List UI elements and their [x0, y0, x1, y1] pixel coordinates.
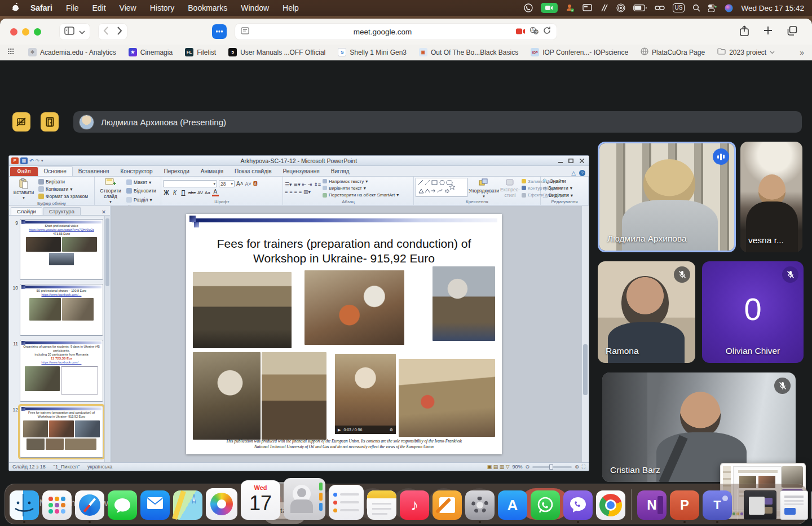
control-center-icon[interactable] [708, 3, 717, 13]
slide-thumbnail-9[interactable]: 9 Short professional video https://www.y… [11, 219, 103, 280]
dock-viber[interactable] [563, 490, 593, 520]
bookmark-platacuora[interactable]: PlataCuOra Page [641, 47, 705, 57]
smartart-button[interactable]: Перетворити на об'єкт SmartArt ▾ [323, 192, 399, 198]
reload-icon[interactable] [543, 27, 551, 37]
dock-app-store[interactable]: A [498, 490, 527, 520]
dock-photos[interactable] [206, 488, 237, 520]
zoom-slider[interactable] [532, 466, 572, 468]
strikethrough-button[interactable]: abc [188, 190, 196, 195]
language-indicator[interactable]: українська [87, 464, 112, 470]
keyboard-layout-indicator[interactable]: US [673, 3, 685, 12]
meet-effects-button[interactable] [12, 112, 30, 132]
dock-mail[interactable] [140, 490, 170, 520]
menu-history[interactable]: History [144, 2, 180, 14]
save-icon[interactable]: ▦ [20, 157, 28, 164]
zoom-in-icon[interactable]: ⊕ [575, 464, 579, 470]
bullets-icon[interactable]: ☰▾ [285, 182, 292, 187]
bold-button[interactable]: Ж [163, 190, 170, 196]
viber-status-icon[interactable] [524, 3, 533, 13]
dock-notes[interactable] [367, 490, 396, 520]
layout-button[interactable]: Макет ▾ [126, 179, 156, 185]
current-slide[interactable]: Fees for trainers (preparation and condu… [186, 214, 502, 454]
window-close-button[interactable] [10, 28, 17, 36]
shrink-font-icon[interactable]: A˅ [245, 181, 251, 187]
dock-settings[interactable] [465, 490, 495, 520]
zoom-out-icon[interactable]: ⊖ [526, 464, 530, 470]
help-icon[interactable]: ? [579, 170, 585, 176]
dock-pages[interactable] [433, 490, 462, 520]
ppt-tab-slideshow[interactable]: Показ слайдів [229, 167, 277, 176]
find-button[interactable]: 🔍Знайти [542, 178, 573, 184]
bookmark-folder-2023[interactable]: 2023 proiect [717, 48, 775, 56]
meet-leave-room-button[interactable] [41, 112, 59, 132]
reader-view-icon[interactable] [241, 27, 249, 37]
menu-edit[interactable]: Edit [86, 2, 111, 14]
panel-close-icon[interactable]: ✕ [102, 209, 108, 215]
bookmark-iop[interactable]: IOPIOP Conferen...- IOPscience [531, 48, 628, 56]
panel-scrollbar[interactable] [104, 216, 110, 463]
shapes-gallery[interactable] [416, 178, 467, 197]
ppt-tab-file[interactable]: Файл [10, 167, 38, 176]
change-case-button[interactable]: Aa [205, 190, 210, 195]
zoom-level[interactable]: 90% [513, 464, 523, 470]
share-icon[interactable] [740, 25, 749, 38]
bookmarks-overflow-chevron[interactable]: » [800, 48, 804, 57]
bookmark-shelly[interactable]: SShelly 1 Mini Gen3 [338, 48, 407, 56]
spotlight-search-icon[interactable] [692, 3, 700, 13]
battery-status-icon[interactable] [633, 3, 647, 13]
slide-thumbnail-11[interactable]: 11 Organizing of camps for students: 9 d… [11, 340, 103, 402]
new-tab-icon[interactable] [764, 26, 773, 37]
bookmark-cinemagia[interactable]: ★Cinemagia [129, 48, 173, 56]
presenter-banner[interactable]: Людмила Архипова (Presenting) [73, 111, 802, 133]
translate-icon[interactable]: A文 [529, 27, 539, 37]
dock-whatsapp[interactable] [531, 490, 560, 520]
select-button[interactable]: ⬚Виділити ▾ [542, 192, 573, 198]
dock-calendar[interactable]: Wed17 [241, 480, 280, 520]
section-button[interactable]: Розділ ▾ [126, 197, 156, 203]
meet-extension-icon[interactable] [212, 24, 227, 39]
format-painter-button[interactable]: Формат за зразком [38, 194, 88, 199]
quick-styles-button[interactable]: Експрес-стилі [500, 178, 520, 199]
underline-button[interactable]: П [180, 190, 187, 196]
play-icon[interactable]: ▶ [338, 428, 341, 432]
arrange-button[interactable]: Упорядкувати▾ [469, 178, 498, 199]
panel-tab-outline[interactable]: Структура [43, 207, 81, 215]
new-slide-button[interactable]: Створити слайд▾ [96, 178, 125, 204]
slide-thumbnail-12[interactable]: 12 Fees for trainers (preparation and co… [11, 406, 103, 458]
ribbon-collapse-icon[interactable]: △ [571, 170, 576, 176]
dock-minimized-window-meet[interactable] [744, 490, 776, 520]
italic-button[interactable]: К [171, 190, 178, 196]
dock-teams[interactable]: T [703, 490, 732, 520]
align-center-icon[interactable]: ≡ [289, 189, 292, 195]
dock-finder[interactable] [10, 490, 39, 520]
grow-font-icon[interactable]: A˄ [236, 181, 244, 187]
camera-in-use-icon[interactable] [516, 27, 526, 37]
font-family-select[interactable]: ▾ [163, 180, 217, 187]
ppt-tab-insert[interactable]: Вставлення [73, 167, 115, 176]
forward-button[interactable] [117, 26, 122, 38]
dock-safari[interactable] [75, 490, 104, 520]
copy-button[interactable]: Копіювати ▾ [38, 186, 88, 192]
bookmark-outofthebox[interactable]: ▣Out Of The Bo...Black Basics [419, 48, 518, 56]
menu-bar-clock[interactable]: Wed Dec 17 15:42 [741, 4, 804, 12]
align-right-icon[interactable]: ≡ [294, 189, 297, 195]
line-spacing-icon[interactable]: ⇕≡ [314, 182, 321, 187]
menu-window[interactable]: Window [235, 2, 275, 14]
dock-contacts[interactable] [284, 478, 325, 520]
dock-messages[interactable] [108, 490, 137, 520]
menu-bookmarks[interactable]: Bookmarks [182, 2, 233, 14]
slide-thumbnail-10[interactable]: 10 50 professional photos – 190,8 Euro h… [11, 284, 103, 336]
ppt-tab-review[interactable]: Рецензування [277, 167, 325, 176]
menu-file[interactable]: File [60, 2, 85, 14]
justify-icon[interactable]: ≡ [299, 189, 302, 195]
ppt-tab-design[interactable]: Конструктор [115, 167, 158, 176]
shortcuts-status-icon[interactable] [600, 3, 608, 13]
redo-icon[interactable]: ↷ [36, 158, 40, 164]
undo-icon[interactable]: ↶ [29, 158, 34, 164]
participant-tile-liudmyla[interactable]: Людмила Архипова [598, 142, 736, 252]
bookmark-filelist[interactable]: FLFilelist [185, 48, 216, 56]
address-bar[interactable]: meet.google.com A文 [235, 23, 557, 40]
align-left-icon[interactable]: ≡ [285, 189, 288, 195]
back-button[interactable] [103, 26, 108, 38]
airplay-status-icon[interactable] [616, 3, 625, 13]
